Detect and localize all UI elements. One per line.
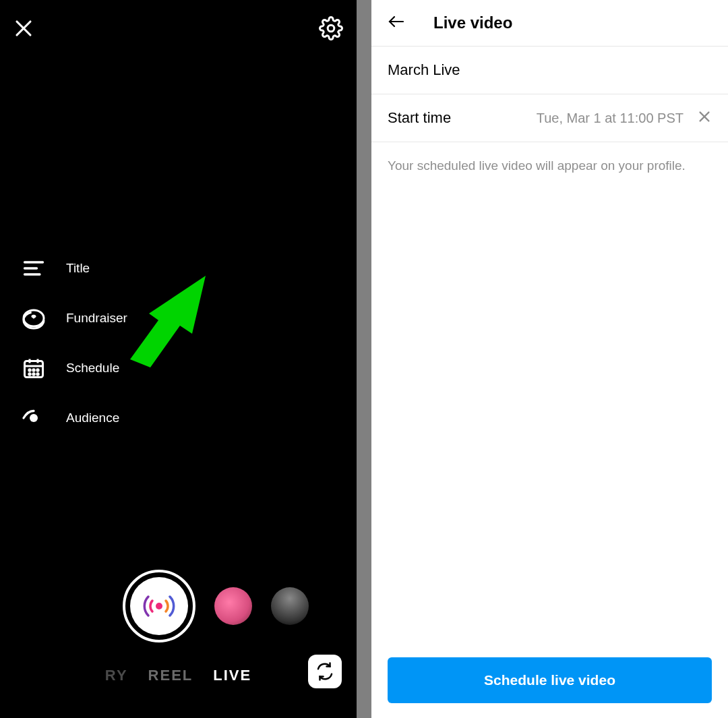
mode-tabs: RY REEL LIVE bbox=[0, 667, 357, 718]
bottom-controls: RY REEL LIVE bbox=[0, 570, 357, 718]
filter-row bbox=[49, 570, 309, 642]
mode-tab-live[interactable]: LIVE bbox=[213, 667, 251, 684]
svg-point-21 bbox=[156, 603, 162, 609]
mode-tab-story-partial[interactable]: RY bbox=[105, 667, 128, 684]
svg-point-16 bbox=[33, 373, 34, 375]
option-title[interactable]: Title bbox=[22, 256, 127, 280]
schedule-live-video-button[interactable]: Schedule live video bbox=[388, 657, 712, 703]
eye-icon bbox=[22, 406, 46, 430]
svg-point-13 bbox=[33, 369, 34, 371]
svg-point-2 bbox=[328, 25, 334, 32]
svg-point-18 bbox=[30, 414, 38, 422]
svg-point-14 bbox=[37, 369, 38, 371]
start-time-right: Tue, Mar 1 at 11:00 PST bbox=[537, 109, 712, 127]
start-time-row[interactable]: Start time Tue, Mar 1 at 11:00 PST bbox=[371, 94, 728, 142]
option-schedule-label: Schedule bbox=[66, 361, 119, 376]
live-options-list: Title Fundraiser bbox=[22, 256, 127, 430]
clear-time-icon[interactable] bbox=[697, 109, 712, 127]
option-title-label: Title bbox=[66, 261, 90, 276]
close-icon[interactable] bbox=[13, 18, 34, 41]
option-audience-label: Audience bbox=[66, 411, 119, 425]
option-fundraiser-label: Fundraiser bbox=[66, 311, 127, 326]
settings-gear-icon[interactable] bbox=[319, 16, 343, 43]
left-top-bar bbox=[0, 0, 357, 59]
spacer bbox=[371, 189, 728, 644]
option-schedule[interactable]: Schedule bbox=[22, 356, 127, 380]
go-live-button[interactable] bbox=[123, 570, 195, 642]
svg-point-17 bbox=[37, 373, 38, 375]
option-fundraiser[interactable]: Fundraiser bbox=[22, 306, 127, 330]
start-time-value: Tue, Mar 1 at 11:00 PST bbox=[537, 111, 684, 126]
annotation-arrow bbox=[118, 273, 226, 384]
schedule-hint-text: Your scheduled live video will appear on… bbox=[371, 142, 728, 189]
panel-divider bbox=[357, 0, 371, 718]
fundraiser-icon bbox=[22, 306, 46, 330]
filter-thumbnail-1[interactable] bbox=[214, 587, 252, 625]
svg-point-15 bbox=[29, 373, 30, 375]
title-icon bbox=[22, 256, 46, 280]
calendar-icon bbox=[22, 356, 46, 380]
flip-camera-button[interactable] bbox=[308, 655, 342, 688]
filter-thumbnail-2[interactable] bbox=[271, 587, 309, 625]
camera-live-panel: Title Fundraiser bbox=[0, 0, 357, 718]
option-audience[interactable]: Audience bbox=[22, 406, 127, 430]
mode-tab-reel[interactable]: REEL bbox=[148, 667, 193, 684]
event-title-field[interactable]: March Live bbox=[371, 46, 728, 94]
start-time-label: Start time bbox=[388, 109, 451, 127]
event-title-value: March Live bbox=[388, 61, 460, 78]
back-arrow-icon[interactable] bbox=[386, 13, 406, 32]
svg-marker-20 bbox=[130, 276, 206, 367]
schedule-button-wrap: Schedule live video bbox=[371, 644, 728, 718]
schedule-live-panel: Live video March Live Start time Tue, Ma… bbox=[371, 0, 728, 718]
svg-point-12 bbox=[29, 369, 30, 371]
page-title: Live video bbox=[433, 13, 512, 32]
right-header: Live video bbox=[371, 0, 728, 46]
